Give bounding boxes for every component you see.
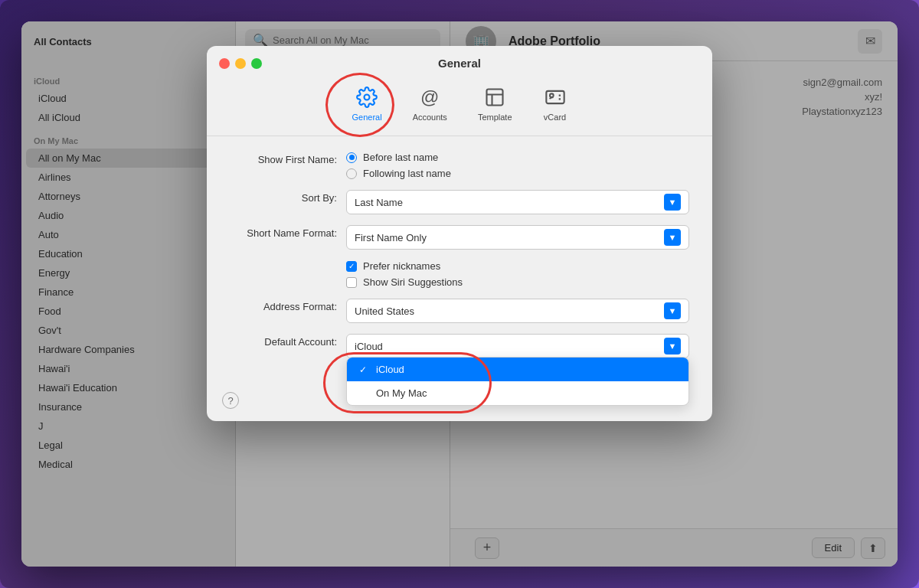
short-name-format-arrow: ▼ (664, 229, 681, 246)
dropdown-item-icloud[interactable]: ✓ iCloud (347, 358, 688, 381)
short-name-format-select[interactable]: First Name Only ▼ (346, 225, 689, 250)
modal-overlay: General General @ (0, 0, 919, 588)
checkboxes-label-spacer (230, 260, 337, 263)
template-icon (482, 85, 507, 109)
tab-general-label: General (352, 113, 381, 122)
default-account-content: iCloud ▼ ✓ iCloud On My Mac (346, 334, 689, 358)
modal-titlebar: General (207, 46, 712, 70)
sort-by-value: Last Name (355, 197, 664, 208)
radio-before-last-label: Before last name (363, 152, 438, 163)
maximize-button[interactable] (251, 58, 262, 69)
default-account-arrow: ▼ (664, 338, 681, 354)
show-first-name-content: Before last name Following last name (346, 152, 689, 179)
address-format-row: Address Format: United States ▼ (230, 299, 689, 323)
general-settings-modal: General General @ (207, 46, 712, 421)
radio-following-last-label: Following last name (363, 168, 451, 179)
general-icon (355, 85, 379, 109)
sort-by-arrow: ▼ (664, 194, 681, 211)
tab-vcard-label: vCard (544, 113, 566, 122)
address-format-value: United States (355, 305, 664, 317)
dropdown-item-on-my-mac[interactable]: On My Mac (347, 381, 688, 405)
sort-by-select[interactable]: Last Name ▼ (346, 190, 689, 214)
modal-tabs: General @ Accounts Template (207, 70, 712, 128)
tab-template-label: Template (478, 113, 512, 122)
tab-accounts[interactable]: @ Accounts (397, 79, 463, 128)
close-button[interactable] (219, 58, 230, 69)
short-name-format-content: First Name Only ▼ (346, 225, 689, 250)
default-account-value: iCloud (355, 341, 664, 352)
show-siri-row[interactable]: Show Siri Suggestions (346, 276, 689, 288)
default-account-row: Default Account: iCloud ▼ ✓ iCloud (230, 334, 689, 358)
sort-by-label: Sort By: (230, 190, 337, 204)
address-format-label: Address Format: (230, 299, 337, 312)
default-account-select[interactable]: iCloud ▼ (346, 334, 689, 358)
show-siri-checkbox[interactable] (346, 277, 357, 288)
tab-general[interactable]: General (336, 79, 397, 128)
radio-following-last-btn[interactable] (346, 168, 357, 179)
tab-accounts-label: Accounts (413, 113, 447, 122)
radio-following-last[interactable]: Following last name (346, 168, 689, 179)
radio-before-last-btn[interactable] (346, 152, 357, 163)
short-name-format-value: First Name Only (355, 232, 664, 243)
address-format-arrow: ▼ (664, 302, 681, 319)
svg-rect-2 (546, 91, 564, 103)
show-first-name-label: Show First Name: (230, 152, 337, 165)
checkboxes-row: ✓ Prefer nicknames Show Siri Suggestions (230, 260, 689, 288)
default-account-dropdown: ✓ iCloud On My Mac (346, 357, 689, 406)
window-controls (219, 58, 262, 69)
prefer-nicknames-label: Prefer nicknames (363, 260, 440, 272)
show-siri-label: Show Siri Suggestions (363, 276, 463, 288)
address-format-content: United States ▼ (346, 299, 689, 323)
svg-point-0 (365, 95, 370, 100)
prefer-nicknames-row[interactable]: ✓ Prefer nicknames (346, 260, 689, 272)
checkboxes-content: ✓ Prefer nicknames Show Siri Suggestions (346, 260, 689, 288)
help-button[interactable]: ? (222, 392, 239, 409)
address-format-select[interactable]: United States ▼ (346, 299, 689, 323)
radio-before-last[interactable]: Before last name (346, 152, 689, 163)
default-account-label: Default Account: (230, 334, 337, 348)
sort-by-content: Last Name ▼ (346, 190, 689, 214)
modal-body: Show First Name: Before last name Follow… (207, 136, 712, 384)
tab-template[interactable]: Template (463, 79, 528, 128)
accounts-icon: @ (417, 85, 442, 109)
short-name-format-row: Short Name Format: First Name Only ▼ (230, 225, 689, 250)
dropdown-on-my-mac-label: On My Mac (376, 387, 427, 399)
short-name-format-label: Short Name Format: (230, 225, 337, 239)
svg-rect-1 (487, 90, 503, 106)
tab-vcard[interactable]: vCard (528, 79, 583, 128)
vcard-icon (543, 85, 567, 109)
prefer-nicknames-checkbox[interactable]: ✓ (346, 261, 357, 272)
icloud-check-icon: ✓ (359, 364, 370, 375)
modal-title: General (438, 57, 481, 70)
show-first-name-row: Show First Name: Before last name Follow… (230, 152, 689, 179)
sort-by-row: Sort By: Last Name ▼ (230, 190, 689, 214)
minimize-button[interactable] (235, 58, 246, 69)
dropdown-icloud-label: iCloud (376, 364, 404, 375)
